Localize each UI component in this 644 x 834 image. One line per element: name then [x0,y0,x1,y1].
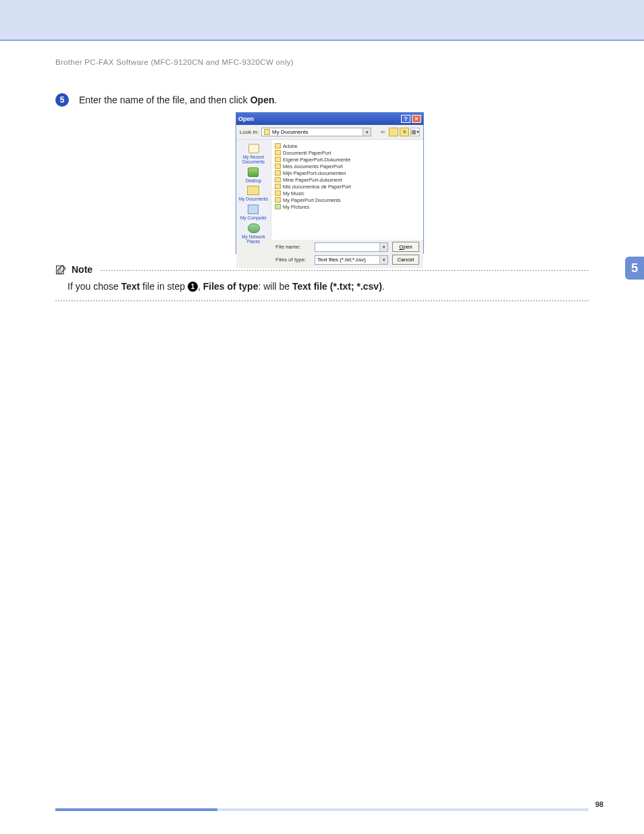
filename-label: File name: [275,244,311,250]
note-text: : will be [258,281,292,292]
running-head: Brother PC-FAX Software (MFC-9120CN and … [55,58,294,66]
list-item[interactable]: My PaperPort Documents [275,197,420,203]
views-icon[interactable]: ▦▾ [410,128,420,136]
folder-icon [275,163,281,169]
folder-icon [275,143,281,149]
list-item[interactable]: My Music [275,190,420,197]
toolbar-icons: ⇐ ✳ ▦▾ [378,128,420,136]
footer-rule [55,808,589,811]
filename-input[interactable]: ▾ [315,242,388,252]
list-item[interactable]: Mes documents PaperPort [275,163,420,170]
list-item[interactable]: Mine PaperPort-dokument [275,176,420,183]
note-text: If you chose [68,281,121,292]
open-button[interactable]: Open [392,242,419,252]
note-underline [55,301,589,301]
lookin-label: Look in: [240,129,259,135]
filetype-value: Text files (*.txt;*.csv) [317,257,366,263]
lookin-value: My Documents [272,129,308,135]
step-bold-word: Open [250,95,275,105]
file-name: Adobe [283,143,298,149]
mydocs-icon [247,186,259,195]
sidebar-label: My Documents [239,197,268,202]
note-heading: Note [72,264,92,275]
chevron-down-icon: ▾ [379,256,387,264]
note-text: . [382,281,385,292]
step-text-before: Enter the name of the file, and then cli… [79,95,250,105]
folder-icon [275,157,281,162]
note-block: Note If you chose Text file in step 1, F… [55,263,589,301]
dialog-body: My Recent Documents Desktop My Documents… [236,140,423,240]
dialog-title: Open [238,115,254,122]
file-name: My Music [283,190,304,197]
file-name: Mine PaperPort-dokument [283,177,342,183]
step-instruction: Enter the name of the file, and then cli… [79,95,277,105]
sidebar-item-desktop[interactable]: Desktop [246,166,262,184]
note-head-rule [101,270,589,271]
folder-icon [275,150,281,155]
places-sidebar: My Recent Documents Desktop My Documents… [236,140,271,240]
list-item[interactable]: Adobe [275,142,420,149]
filetype-label: Files of type: [275,257,311,263]
folder-icon [275,170,281,176]
file-name: Mes documents PaperPort [283,163,343,170]
list-item[interactable]: Eigene PaperPort-Dokumente [275,156,420,163]
lookin-row: Look in: My Documents ▾ ⇐ ✳ ▦▾ [236,125,423,140]
file-name: Mis documentos de PaperPort [283,184,351,190]
note-body: If you chose Text file in step 1, Files … [55,280,589,294]
computer-icon [248,205,259,214]
chevron-down-icon: ▾ [363,128,371,136]
sidebar-item-recent[interactable]: My Recent Documents [236,142,271,165]
folder-icon [264,129,270,135]
folder-icon [275,184,281,189]
list-item[interactable]: My Pictures [275,203,420,210]
list-item[interactable]: Mis documentos de PaperPort [275,183,420,190]
note-bold: Files of type [203,281,259,292]
dialog-titlebar: Open ? × [236,113,423,125]
inline-number-circle: 1 [188,282,198,292]
list-item[interactable]: Documenti PaperPort [275,149,420,156]
sidebar-item-mydocs[interactable]: My Documents [239,184,268,202]
note-text: , [198,281,203,292]
sidebar-item-computer[interactable]: My Computer [240,203,267,221]
file-name: My PaperPort Documents [283,197,341,203]
close-icon[interactable]: × [412,115,421,123]
list-item[interactable]: Mijn PaperPort-documenten [275,170,420,176]
file-name: Eigene PaperPort-Dokumente [283,157,350,163]
new-folder-icon[interactable]: ✳ [400,128,409,136]
step-text-after: . [274,95,277,105]
chapter-tab: 5 [625,257,644,280]
desktop-icon [248,167,259,177]
note-bold: Text file (*.txt; *.csv) [292,281,382,292]
chevron-down-icon: ▾ [379,243,387,251]
music-folder-icon [275,190,281,196]
sidebar-item-network[interactable]: My Network Places [236,222,271,244]
sidebar-label: My Recent Documents [236,155,271,165]
step-row: 5 Enter the name of the file, and then c… [55,93,277,107]
file-list[interactable]: Adobe Documenti PaperPort Eigene PaperPo… [271,140,423,240]
note-bold: Text [121,281,140,292]
note-pencil-icon [55,263,68,276]
open-dialog: Open ? × Look in: My Documents ▾ ⇐ ✳ ▦▾ … [236,112,424,254]
step-number-circle: 5 [55,93,69,107]
sidebar-label: Desktop [246,179,262,184]
sidebar-label: My Computer [240,216,267,221]
file-name: Documenti PaperPort [283,150,331,156]
up-folder-icon[interactable] [389,128,398,136]
pictures-folder-icon [275,204,281,209]
note-text: file in step [140,281,188,292]
sidebar-label: My Network Places [236,235,271,244]
recent-docs-icon [248,144,259,153]
help-icon[interactable]: ? [401,115,410,123]
file-name: Mijn PaperPort-documenten [283,170,346,176]
folder-icon [275,197,281,203]
network-icon [248,224,260,233]
lookin-combo[interactable]: My Documents ▾ [261,128,371,136]
folder-icon [275,177,281,182]
top-band [0,0,644,41]
file-name: My Pictures [283,204,309,210]
back-icon[interactable]: ⇐ [378,128,387,136]
page-number: 98 [595,800,603,808]
